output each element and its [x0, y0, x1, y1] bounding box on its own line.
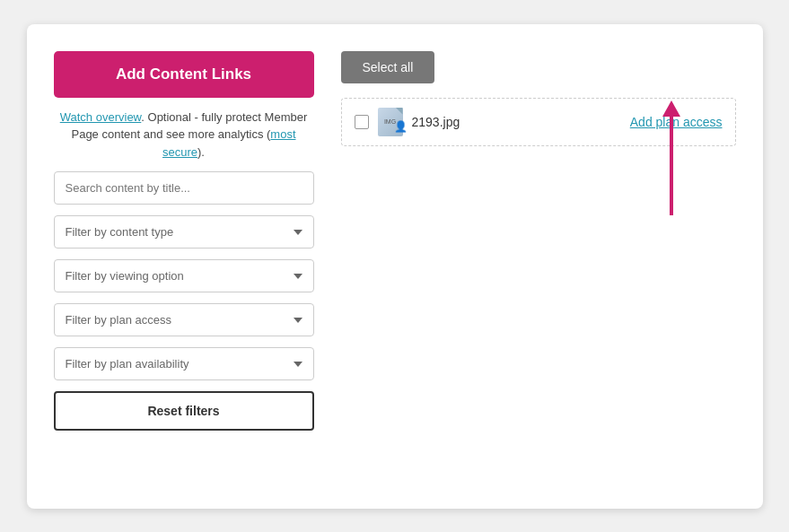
item-checkbox[interactable]	[355, 115, 369, 129]
watch-overview-link[interactable]: Watch overview	[60, 110, 142, 124]
filter-plan-access-select[interactable]: Filter by plan access	[54, 303, 314, 336]
filter-viewing-option-select[interactable]: Filter by viewing option	[54, 259, 314, 292]
filter-plan-availability-select[interactable]: Filter by plan availability	[54, 347, 314, 380]
right-panel: Select all IMG 👤 2193.jpg Add plan acces…	[341, 51, 736, 482]
reset-filters-button[interactable]: Reset filters	[54, 391, 314, 431]
file-icon: IMG 👤	[378, 108, 403, 136]
add-content-button[interactable]: Add Content Links	[54, 51, 314, 98]
arrow-indicator	[662, 100, 680, 215]
main-container: Add Content Links Watch overview. Option…	[27, 24, 763, 509]
left-panel: Add Content Links Watch overview. Option…	[54, 51, 314, 482]
description-text: Watch overview. Optional - fully protect…	[54, 109, 314, 161]
desc-part2: ).	[197, 145, 205, 159]
search-input[interactable]	[54, 171, 314, 205]
arrow-head-icon	[662, 100, 680, 117]
person-icon: 👤	[394, 120, 405, 135]
arrow-body	[670, 117, 673, 215]
file-name-label: 2193.jpg	[412, 115, 460, 129]
select-all-button[interactable]: Select all	[341, 51, 435, 83]
content-item-left: IMG 👤 2193.jpg	[355, 108, 460, 136]
filter-content-type-select[interactable]: Filter by content type	[54, 215, 314, 249]
